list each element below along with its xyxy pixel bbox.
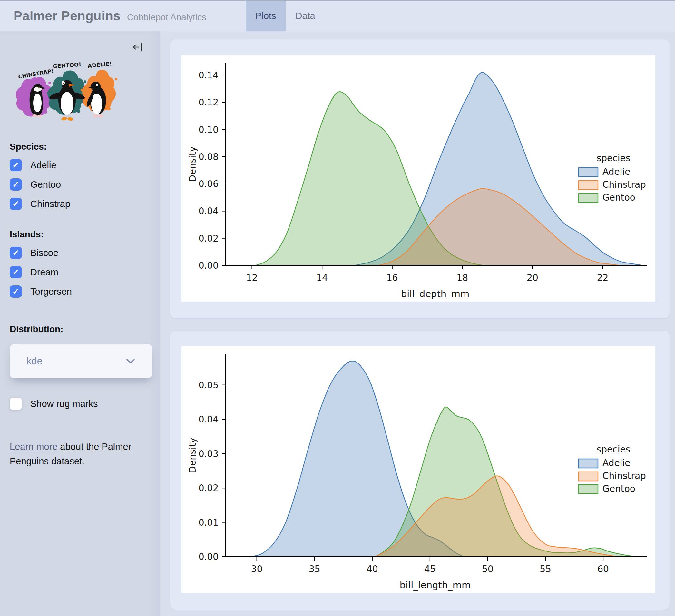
- sidebar-collapse-icon[interactable]: [133, 42, 143, 53]
- checkbox-row-adelie[interactable]: Adelie: [10, 159, 151, 171]
- svg-text:0.08: 0.08: [199, 152, 219, 162]
- checkbox-row-rug[interactable]: Show rug marks: [10, 398, 151, 410]
- kde-plot-bill-length: 303540455055600.000.010.020.030.040.05bi…: [181, 346, 655, 593]
- bill-depth-plot: 1214161820220.000.020.040.060.080.100.12…: [181, 55, 655, 301]
- dataset-note: Learn more about the Palmer Penguins dat…: [10, 439, 145, 469]
- distribution-heading: Distribution:: [10, 324, 151, 334]
- kde-plot-bill-depth: 1214161820220.000.020.040.060.080.100.12…: [181, 55, 655, 301]
- svg-text:30: 30: [251, 564, 263, 574]
- svg-text:0.05: 0.05: [199, 380, 219, 391]
- bill-depth-plot-card: 1214161820220.000.020.040.060.080.100.12…: [170, 39, 670, 318]
- learn-more-link[interactable]: Learn more: [10, 441, 57, 452]
- svg-text:Chinstrap: Chinstrap: [602, 471, 646, 481]
- app-subtitle: Cobblepot Analytics: [127, 12, 206, 22]
- svg-text:16: 16: [386, 273, 398, 283]
- title-block: Palmer Penguins Cobblepot Analytics: [13, 9, 206, 23]
- adelie-checkbox[interactable]: [10, 159, 22, 171]
- svg-text:20: 20: [527, 273, 538, 283]
- tab-data[interactable]: Data: [286, 1, 324, 31]
- svg-text:Gentoo: Gentoo: [602, 192, 635, 203]
- svg-text:0.00: 0.00: [199, 260, 219, 271]
- tab-plots[interactable]: Plots: [246, 1, 286, 31]
- chinstrap-checkbox[interactable]: [10, 198, 22, 210]
- distribution-select[interactable]: kde: [10, 344, 152, 378]
- rug-checkbox[interactable]: [10, 398, 22, 410]
- svg-text:0.03: 0.03: [199, 449, 219, 459]
- svg-text:60: 60: [597, 564, 609, 574]
- svg-text:Adelie: Adelie: [602, 166, 630, 177]
- checkbox-row-dream[interactable]: Dream: [10, 266, 151, 278]
- svg-text:Chinstrap: Chinstrap: [602, 179, 646, 190]
- svg-text:22: 22: [597, 273, 609, 283]
- adelie-checkbox-label: Adelie: [30, 160, 56, 170]
- svg-text:Density: Density: [187, 146, 198, 182]
- bill-length-plot: 303540455055600.000.010.020.030.040.05bi…: [181, 346, 655, 593]
- svg-text:0.02: 0.02: [199, 233, 219, 244]
- gentoo-checkbox[interactable]: [10, 178, 22, 191]
- biscoe-checkbox-label: Biscoe: [30, 248, 58, 258]
- svg-text:0.10: 0.10: [199, 125, 219, 135]
- gentoo-checkbox-label: Gentoo: [30, 179, 61, 190]
- artwork-label-adelie: ADÉLIE!: [87, 60, 112, 69]
- dream-checkbox[interactable]: [10, 266, 22, 278]
- torgersen-checkbox-label: Torgersen: [30, 286, 72, 297]
- svg-text:0.01: 0.01: [199, 517, 219, 528]
- torgersen-checkbox[interactable]: [10, 285, 22, 298]
- svg-text:bill_depth_mm: bill_depth_mm: [401, 288, 470, 299]
- svg-text:Adelie: Adelie: [602, 458, 630, 468]
- app-header: Palmer Penguins Cobblepot Analytics Plot…: [0, 0, 675, 31]
- svg-text:0.00: 0.00: [199, 551, 219, 562]
- chevron-down-icon: [126, 358, 135, 364]
- chinstrap-checkbox-label: Chinstrap: [30, 199, 70, 209]
- checkbox-row-gentoo[interactable]: Gentoo: [10, 178, 151, 191]
- svg-text:species: species: [597, 444, 630, 455]
- distribution-selected-value: kde: [26, 355, 43, 367]
- checkbox-row-torgersen[interactable]: Torgersen: [10, 285, 151, 298]
- svg-text:14: 14: [316, 273, 328, 283]
- svg-text:45: 45: [424, 564, 436, 574]
- app-title: Palmer Penguins: [13, 9, 121, 23]
- svg-text:0.06: 0.06: [199, 179, 219, 189]
- svg-text:55: 55: [540, 564, 551, 574]
- svg-text:0.12: 0.12: [199, 97, 219, 108]
- svg-text:Density: Density: [187, 438, 198, 473]
- checkbox-row-biscoe[interactable]: Biscoe: [10, 247, 151, 259]
- svg-text:50: 50: [482, 564, 494, 574]
- svg-text:species: species: [597, 153, 630, 163]
- artwork-label-gentoo: GENTOO!: [53, 61, 81, 70]
- svg-text:0.02: 0.02: [199, 483, 219, 493]
- svg-text:18: 18: [456, 273, 468, 283]
- svg-text:35: 35: [309, 564, 320, 574]
- species-heading: Species:: [10, 142, 151, 152]
- rug-checkbox-label: Show rug marks: [30, 399, 98, 409]
- main-content: 1214161820220.000.020.040.060.080.100.12…: [160, 31, 675, 616]
- svg-text:bill_length_mm: bill_length_mm: [400, 579, 471, 591]
- svg-text:40: 40: [367, 564, 378, 574]
- dream-checkbox-label: Dream: [30, 267, 58, 278]
- penguins-artwork: CHINSTRAP! GENTOO! ADÉLIE!: [12, 55, 122, 126]
- checkbox-row-chinstrap[interactable]: Chinstrap: [10, 198, 151, 210]
- islands-heading: Islands:: [10, 229, 151, 239]
- nav-tabs: Plots Data: [246, 1, 325, 31]
- svg-text:0.04: 0.04: [199, 206, 219, 216]
- sidebar: CHINSTRAP! GENTOO! ADÉLIE! Species: Adel…: [0, 31, 160, 616]
- svg-text:0.14: 0.14: [199, 70, 219, 81]
- svg-text:Gentoo: Gentoo: [602, 483, 635, 494]
- biscoe-checkbox[interactable]: [10, 247, 22, 259]
- svg-text:12: 12: [246, 273, 258, 283]
- svg-text:0.04: 0.04: [199, 414, 219, 425]
- bill-length-plot-card: 303540455055600.000.010.020.030.040.05bi…: [170, 331, 670, 610]
